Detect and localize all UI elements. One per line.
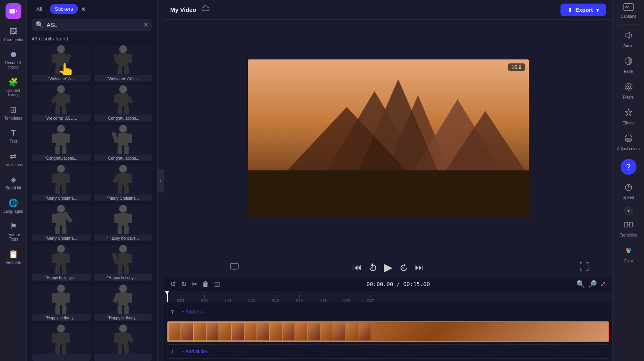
clear-search-icon[interactable]: ✕: [143, 21, 148, 29]
svg-rect-35: [128, 134, 132, 143]
effects-label: Effects: [622, 121, 634, 125]
svg-rect-64: [52, 254, 56, 263]
skip-forward-button[interactable]: ⏭: [415, 262, 424, 273]
sidebar-item-templates[interactable]: ⊞ Templates: [2, 102, 25, 124]
svg-rect-17: [66, 94, 70, 103]
sticker-item[interactable]: "Welcome" ASL ...: [32, 85, 91, 122]
zoom-in-button[interactable]: 🔎: [588, 280, 597, 288]
filters-icon: [624, 82, 633, 94]
sticker-thumbnail: [32, 324, 91, 354]
svg-rect-19: [62, 106, 66, 115]
sidebar-item-versions[interactable]: 📋 Versions: [2, 246, 25, 268]
fullscreen-icon[interactable]: [580, 262, 589, 273]
add-audio-track[interactable]: ♪ + Add audio: [167, 344, 609, 359]
svg-rect-72: [118, 265, 122, 274]
video-clip[interactable]: [167, 321, 609, 342]
filters-label: Filters: [623, 95, 634, 99]
redo-button[interactable]: ↻: [181, 280, 187, 288]
sticker-item[interactable]: "Happy birthday...: [32, 285, 91, 321]
app-logo[interactable]: [6, 3, 21, 19]
right-item-fade[interactable]: Fade: [614, 53, 643, 78]
captions-button[interactable]: CC Captions: [621, 3, 636, 19]
sticker-item[interactable]: ...: [94, 324, 153, 361]
sticker-item[interactable]: 👆 "Welcome" A...: [32, 45, 91, 82]
search-input[interactable]: [47, 22, 140, 28]
undo-button[interactable]: ↺: [170, 280, 176, 288]
sticker-item[interactable]: "Happy holidays...: [94, 244, 153, 281]
right-item-audio[interactable]: Audio: [614, 27, 643, 52]
svg-rect-40: [52, 174, 56, 183]
sidebar-item-brand-kit[interactable]: ◈ Brand kit: [2, 172, 25, 193]
sticker-item[interactable]: "Merry Christma...: [94, 164, 153, 201]
sticker-thumbnail: [94, 85, 153, 115]
svg-rect-3: [56, 53, 66, 66]
tab-all[interactable]: All: [32, 4, 47, 14]
sidebar-item-transitions[interactable]: ⇄ Transitions: [2, 148, 25, 170]
svg-rect-59: [128, 214, 132, 223]
sticker-item[interactable]: ...: [32, 324, 91, 361]
sidebar-item-record-create[interactable]: ⏺ Record & create: [2, 47, 25, 73]
search-bar: 🔍 ✕: [32, 19, 152, 31]
add-text-track[interactable]: T + Add text: [167, 305, 609, 319]
svg-rect-49: [124, 185, 129, 194]
your-media-icon: 🖼: [9, 27, 17, 36]
svg-rect-47: [128, 174, 132, 183]
svg-rect-97: [124, 345, 129, 354]
sticker-item[interactable]: "Merry Christma...: [32, 204, 91, 241]
tab-stickers[interactable]: Stickers: [50, 4, 78, 14]
audio-track-icon: ♪: [171, 348, 179, 355]
svg-point-74: [57, 285, 65, 292]
right-item-speed[interactable]: Speed: [614, 179, 643, 204]
sticker-item[interactable]: "Happy birthday...: [94, 285, 153, 321]
svg-rect-81: [118, 292, 128, 305]
copy-button[interactable]: ⊡: [214, 280, 220, 288]
play-button[interactable]: ▶: [384, 261, 393, 274]
sticker-item[interactable]: "Congratulations...: [94, 125, 153, 162]
cut-button[interactable]: ✂: [192, 280, 198, 288]
sticker-item[interactable]: "Congratulations...: [94, 85, 153, 122]
text-track-icon: T: [171, 309, 179, 315]
sticker-label: "Happy holidays...: [32, 274, 91, 281]
right-item-filters[interactable]: Filters: [614, 78, 643, 103]
svg-rect-78: [55, 305, 60, 314]
svg-rect-70: [112, 252, 118, 264]
right-item-transition[interactable]: Transition: [614, 216, 643, 241]
screen-icon[interactable]: [230, 262, 239, 273]
add-text-label[interactable]: + Add text: [182, 309, 203, 315]
zoom-out-button[interactable]: 🔍: [576, 280, 585, 288]
add-audio-label[interactable]: + Add audio: [182, 349, 207, 354]
clip-frame: [346, 323, 358, 340]
clip-frame: [245, 323, 256, 340]
sidebar-item-languages[interactable]: 🌐 Languages: [2, 195, 25, 217]
aspect-ratio-badge: 16:9: [508, 63, 524, 71]
export-button[interactable]: ⬆ Export ▾: [560, 4, 606, 16]
sticker-item[interactable]: "Happy holidays...: [94, 204, 153, 241]
collapse-panel-button[interactable]: ‹: [158, 169, 164, 193]
sidebar-item-text[interactable]: T Text: [2, 125, 25, 147]
fit-timeline-button[interactable]: ⤢: [600, 280, 606, 288]
sticker-item[interactable]: "Merry Christma...: [32, 164, 91, 201]
collapse-right-button[interactable]: ▾: [624, 206, 633, 216]
skip-back-button[interactable]: ⏮: [353, 262, 362, 273]
right-item-adjust-colors[interactable]: Adjust colors: [614, 130, 643, 155]
rewind-5s-button[interactable]: 5: [368, 263, 378, 272]
sticker-thumbnail: [94, 164, 153, 195]
sticker-item[interactable]: "Congratulations...: [32, 125, 91, 162]
delete-button[interactable]: 🗑: [202, 280, 209, 288]
forward-5s-button[interactable]: 5: [399, 263, 408, 272]
clip-frame: [321, 323, 332, 340]
right-item-color[interactable]: Color: [614, 242, 643, 267]
cloud-save-icon[interactable]: [201, 5, 210, 14]
sticker-item[interactable]: "Welcome" ASL ...: [94, 45, 153, 82]
right-item-effects[interactable]: Effects: [614, 104, 643, 129]
sidebar-item-your-media[interactable]: 🖼 Your media: [2, 24, 25, 45]
svg-rect-21: [118, 93, 128, 106]
clip-frame: [169, 323, 180, 340]
help-button[interactable]: ?: [621, 159, 636, 175]
speed-icon: [624, 183, 633, 194]
sticker-item[interactable]: "Happy holidays...: [32, 244, 91, 281]
clip-strip: [168, 322, 371, 341]
sidebar-item-content-library[interactable]: 🧩 Content library: [2, 74, 25, 100]
tab-close-button[interactable]: ✕: [81, 6, 86, 12]
sidebar-item-feature-flags[interactable]: ⚑ Feature Flags: [2, 218, 25, 244]
